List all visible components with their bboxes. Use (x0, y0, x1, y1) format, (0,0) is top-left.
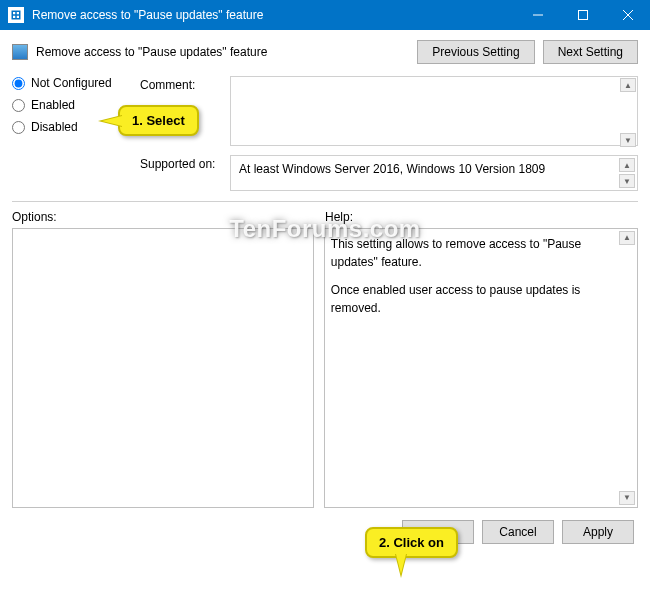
scroll-up-icon[interactable]: ▲ (619, 231, 635, 245)
minimize-button[interactable] (515, 0, 560, 30)
annotation-select: 1. Select (118, 105, 199, 136)
apply-button[interactable]: Apply (562, 520, 634, 544)
titlebar: Remove access to "Pause updates" feature (0, 0, 650, 30)
scroll-down-icon[interactable]: ▼ (619, 491, 635, 505)
enabled-label[interactable]: Enabled (31, 98, 75, 112)
supported-label: Supported on: (140, 155, 230, 171)
close-button[interactable] (605, 0, 650, 30)
next-setting-button[interactable]: Next Setting (543, 40, 638, 64)
cancel-button[interactable]: Cancel (482, 520, 554, 544)
comment-textarea[interactable] (230, 76, 638, 146)
disabled-radio[interactable] (12, 121, 25, 134)
supported-on-text: At least Windows Server 2016, Windows 10… (239, 162, 545, 176)
supported-on-box: At least Windows Server 2016, Windows 10… (230, 155, 638, 191)
not-configured-label[interactable]: Not Configured (31, 76, 112, 90)
disabled-label[interactable]: Disabled (31, 120, 78, 134)
help-label: Help: (325, 210, 638, 224)
scroll-down-icon[interactable]: ▼ (619, 174, 635, 188)
policy-icon (12, 44, 28, 60)
help-text-line: This setting allows to remove access to … (331, 235, 631, 271)
app-icon (8, 7, 24, 23)
scroll-up-icon[interactable]: ▲ (619, 158, 635, 172)
not-configured-radio[interactable] (12, 77, 25, 90)
titlebar-title: Remove access to "Pause updates" feature (32, 8, 515, 22)
annotation-click: 2. Click on (365, 527, 458, 558)
help-panel: This setting allows to remove access to … (324, 228, 638, 508)
scroll-down-icon[interactable]: ▼ (620, 133, 636, 147)
options-label: Options: (12, 210, 325, 224)
svg-rect-4 (17, 16, 19, 18)
enabled-radio[interactable] (12, 99, 25, 112)
separator (12, 201, 638, 202)
svg-rect-1 (13, 12, 15, 14)
help-text-line: Once enabled user access to pause update… (331, 281, 631, 317)
svg-rect-6 (578, 11, 587, 20)
svg-rect-0 (12, 11, 21, 20)
policy-title: Remove access to "Pause updates" feature (36, 45, 417, 59)
options-panel (12, 228, 314, 508)
svg-rect-2 (17, 12, 19, 14)
scroll-up-icon[interactable]: ▲ (620, 78, 636, 92)
previous-setting-button[interactable]: Previous Setting (417, 40, 534, 64)
comment-label: Comment: (140, 76, 230, 92)
svg-rect-3 (13, 16, 15, 18)
window-controls (515, 0, 650, 30)
maximize-button[interactable] (560, 0, 605, 30)
